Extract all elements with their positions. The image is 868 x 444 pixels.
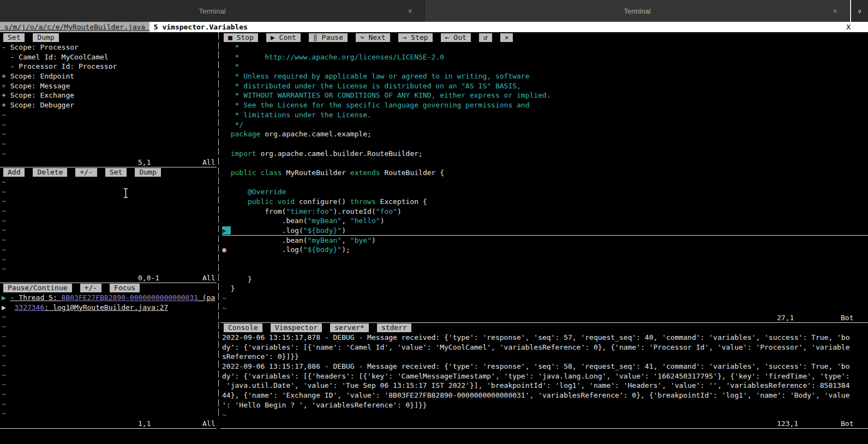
buffer-line: from("timer:foo").routeId("foo") xyxy=(222,207,868,217)
buffer-line: ': 'Hello Begin ? ', 'variablesReference… xyxy=(222,400,868,410)
terminal-tab-2[interactable]: Terminal × xyxy=(425,0,850,22)
winbar-button-stderr[interactable]: stderr xyxy=(377,323,411,332)
buffer-line: ~ xyxy=(2,322,217,332)
buffer-line: + Scope: Endpoint xyxy=(2,71,217,81)
cursor-position: 27,1 xyxy=(777,313,794,322)
stacktrace-winbar: Pause/Continue+/-Focus xyxy=(0,283,217,293)
winbar-button-add[interactable]: Add xyxy=(3,168,25,177)
buffer-line: * distributed under the License is distr… xyxy=(222,81,868,91)
left-panel: SetDump - Scope: Processor - Camel Id: M… xyxy=(0,32,217,419)
buffer-line: ~ xyxy=(2,245,217,255)
winbar-button-set[interactable]: Set xyxy=(3,33,25,42)
winbar-button-cont[interactable]: ▶ Cont xyxy=(266,33,301,42)
winbar-button-icon[interactable]: +/- xyxy=(80,284,101,292)
scroll-indicator: All xyxy=(202,158,215,167)
winbar-button-out[interactable]: ← Out xyxy=(441,33,471,42)
buffer-line: * xyxy=(222,62,868,71)
buffer-line: ▶ 3327346: log1@MyRouteBuilder.java:27 xyxy=(2,303,217,313)
buffer-line: - Processor Id: Processor xyxy=(2,62,217,71)
output-winbar: ConsoleVimspectorserver*stderr xyxy=(220,323,868,333)
close-icon[interactable]: × xyxy=(833,7,837,15)
winbar-button-pause-continue[interactable]: Pause/Continue xyxy=(3,284,72,292)
winbar-button-next[interactable]: ↷ Next xyxy=(356,33,390,42)
tab-myroutebuilder[interactable]: s/m/j/o/a/c/e/MyRouteBuilder.java xyxy=(0,22,149,32)
buffer-line: ~ xyxy=(2,177,217,187)
buffer-line: sReference': 0}]}} xyxy=(222,352,868,362)
scroll-indicator: Bot xyxy=(841,313,853,322)
terminal-tabbar: Terminal × Terminal × ∨ xyxy=(0,0,868,22)
buffer-line xyxy=(222,265,868,274)
bottom-status-row: vimspector.StackTrace [RO] 1,1 All _vims… xyxy=(0,419,868,429)
code-buffer[interactable]: * * http://www.apache.org/licenses/LICEN… xyxy=(220,43,868,313)
buffer-line: ~ xyxy=(222,293,868,303)
tab-close-button[interactable]: X xyxy=(846,22,851,32)
winbar-button-step[interactable]: → Step xyxy=(398,33,433,42)
buffer-line: ~ xyxy=(2,389,217,399)
terminal-tab-1[interactable]: Terminal × xyxy=(0,0,425,22)
buffer-line: ~ xyxy=(2,225,217,235)
winbar-button-stop[interactable]: ■ Stop xyxy=(224,33,258,42)
close-icon[interactable]: × xyxy=(408,7,412,15)
buffer-line: * Unless required by applicable law or a… xyxy=(222,71,868,81)
buffer-line: } xyxy=(222,284,868,293)
winbar-button-console[interactable]: Console xyxy=(224,323,262,332)
buffer-line: * http://www.apache.org/licenses/LICENSE… xyxy=(222,52,868,62)
watches-statusline: vimspector.Watches 0,0-1 All xyxy=(0,274,217,283)
buffer-line: - Scope: Processor xyxy=(2,43,217,52)
winbar-button-set[interactable]: Set xyxy=(105,168,127,177)
output-buffer[interactable]: 2022-09-06 13:15:17,878 - DEBUG - Messag… xyxy=(220,333,868,419)
winbar-button-focus[interactable]: Focus xyxy=(110,284,140,292)
buffer-line: ~ xyxy=(2,196,217,206)
code-statusline: src/main/java/org/apache/camel/example/M… xyxy=(220,313,868,323)
buffer-line: */ xyxy=(222,120,868,130)
statusline-name: vimspector.Variables [RO] xyxy=(27,167,134,167)
chevron-down-icon[interactable]: ∨ xyxy=(850,0,868,22)
variables-buffer[interactable]: - Scope: Processor - Camel Id: MyCoolCam… xyxy=(0,43,217,158)
buffer-line: ~ xyxy=(2,235,217,245)
buffer-line: ~ xyxy=(2,206,217,216)
buffer-line: ~ xyxy=(2,409,217,418)
buffer-line: * limitations under the License. xyxy=(222,110,868,120)
window-separator[interactable] xyxy=(217,32,220,419)
winbar-button-vimspector[interactable]: Vimspector xyxy=(271,323,322,332)
buffer-line xyxy=(222,158,868,168)
buffer-line: ~ xyxy=(2,216,217,226)
buffer-line: import org.apache.camel.builder.RouteBui… xyxy=(222,149,868,159)
buffer-line: ~ xyxy=(2,110,217,120)
watches-buffer[interactable]: ~~~~~~~~~~ xyxy=(0,177,217,274)
buffer-line: 'java.util.Date', 'value': 'Tue Sep 06 1… xyxy=(222,381,868,391)
output-statusline: _vimspector_log_Vimspector 123,1 Bot xyxy=(220,419,868,429)
buffer-line: dy': {'variables': [{'name': 'Camel Id',… xyxy=(222,343,868,352)
buffer-line: ~ xyxy=(2,149,217,158)
stacktrace-buffer[interactable]: ▶ - Thread 5: 8B03FE27FB82890-0000000000… xyxy=(0,293,217,419)
buffer-line: + Scope: Message xyxy=(2,81,217,91)
watches-winbar: AddDelete+/-SetDump xyxy=(0,167,217,177)
winbar-button-server[interactable]: server* xyxy=(330,323,369,332)
buffer-line: ▶ .log("${body}") xyxy=(222,226,868,236)
cursor-position: 123,1 xyxy=(777,419,798,428)
vim-tabline: s/m/j/o/a/c/e/MyRouteBuilder.java 5 vims… xyxy=(0,22,868,32)
buffer-line: ~ xyxy=(2,120,217,130)
buffer-line: ~ xyxy=(2,139,217,149)
terminal-tab-title: Terminal xyxy=(199,7,225,15)
buffer-line: + Scope: Debugger xyxy=(2,100,217,110)
debug-controls-winbar: ■ Stop▶ Cont‖ Pause↷ Next→ Step← Out↺× xyxy=(220,32,868,43)
scroll-indicator: Bot xyxy=(841,419,853,428)
vim-command-line[interactable] xyxy=(0,429,868,444)
winbar-button-dump[interactable]: Dump xyxy=(33,33,58,42)
buffer-line: 2022-09-06 13:15:17,886 - DEBUG - Messag… xyxy=(222,362,868,371)
buffer-line: 2022-09-06 13:15:17,878 - DEBUG - Messag… xyxy=(222,333,868,343)
buffer-line: ~ xyxy=(222,410,868,419)
buffer-line: * xyxy=(222,43,868,52)
buffer-line: + Scope: Exchange xyxy=(2,91,217,100)
winbar-button-icon[interactable]: +/- xyxy=(75,168,97,177)
buffer-line: * WITHOUT WARRANTIES OR CONDITIONS OF AN… xyxy=(222,91,868,100)
buffer-line: ~ xyxy=(2,399,217,409)
winbar-button-icon[interactable]: ↺ xyxy=(479,33,492,42)
buffer-line: .bean("myBean", "hello") xyxy=(222,216,868,226)
winbar-button-pause[interactable]: ‖ Pause xyxy=(309,33,348,42)
winbar-button-dump[interactable]: Dump xyxy=(135,168,160,177)
winbar-button-icon[interactable]: × xyxy=(500,33,513,42)
tab-vimspector-variables[interactable]: 5 vimspector.Variables xyxy=(149,22,252,32)
winbar-button-delete[interactable]: Delete xyxy=(33,168,67,177)
